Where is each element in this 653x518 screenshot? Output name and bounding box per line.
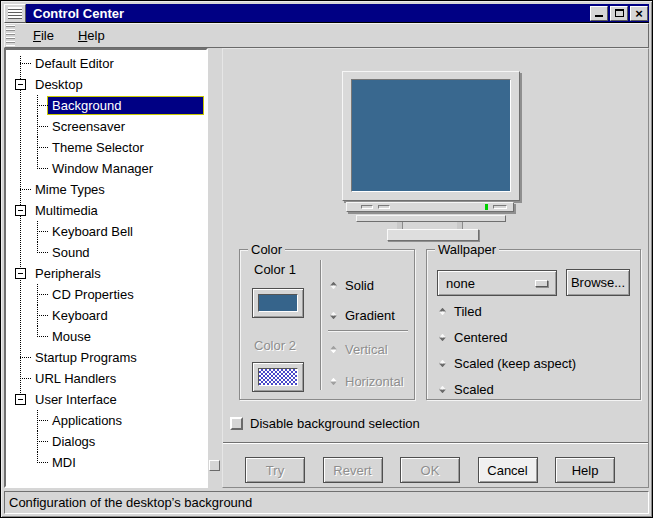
- wallpaper-dropdown[interactable]: none: [437, 270, 557, 296]
- monitor-foot: [397, 222, 403, 229]
- radio-unselected-icon: [439, 360, 446, 367]
- minimize-button[interactable]: [590, 6, 608, 21]
- tree-collapse-icon[interactable]: [15, 268, 26, 279]
- menu-help[interactable]: Help: [70, 25, 113, 46]
- monitor-control-strip: [346, 202, 514, 212]
- monitor-button-icon: [378, 205, 390, 209]
- monitor-preview: [342, 71, 520, 239]
- radio-scaled-keep-aspect[interactable]: Scaled (keep aspect): [437, 356, 576, 371]
- disable-background-selection-checkbox[interactable]: Disable background selection: [230, 416, 420, 431]
- tree-connector: [20, 378, 31, 379]
- sidebar-item-startup-programs[interactable]: Startup Programs: [6, 347, 206, 368]
- sidebar-item-theme-selector[interactable]: Theme Selector: [6, 137, 206, 158]
- color2-picker-button[interactable]: [252, 362, 304, 392]
- color1-picker-button[interactable]: [252, 288, 304, 318]
- sidebar-item-label: Theme Selector: [48, 139, 148, 156]
- radio-horizontal-label: Horizontal: [345, 374, 404, 389]
- radio-tiled[interactable]: Tiled: [437, 304, 482, 319]
- help-button-label: Help: [572, 463, 599, 478]
- tree-collapse-icon[interactable]: [15, 394, 26, 405]
- tree-connector: [37, 105, 48, 106]
- color-frame-title: Color: [248, 242, 285, 257]
- wallpaper-frame: Wallpaper none Browse... Tiled Centered: [426, 249, 641, 400]
- radio-tiled-label: Tiled: [454, 304, 482, 319]
- main-area: Default EditorDesktopBackgroundScreensav…: [4, 48, 649, 488]
- sidebar-item-applications[interactable]: Applications: [6, 410, 206, 431]
- pane-divider[interactable]: [208, 48, 222, 488]
- tree-connector: [37, 336, 48, 337]
- sidebar-item-sound[interactable]: Sound: [6, 242, 206, 263]
- sidebar-item-label: Desktop: [31, 76, 87, 93]
- tree-connector: [37, 420, 48, 421]
- sidebar-item-cd-properties[interactable]: CD Properties: [6, 284, 206, 305]
- radio-centered[interactable]: Centered: [437, 330, 507, 345]
- tree-collapse-icon[interactable]: [15, 79, 26, 90]
- radio-scaled[interactable]: Scaled: [437, 382, 494, 397]
- radio-unselected-icon: [330, 312, 337, 319]
- sidebar-item-label: Default Editor: [31, 55, 118, 72]
- radio-unselected-icon: [439, 334, 446, 341]
- try-button[interactable]: Try: [245, 457, 305, 483]
- radio-solid[interactable]: Solid: [328, 278, 374, 293]
- tree-connector: [37, 168, 48, 169]
- radio-centered-label: Centered: [454, 330, 507, 345]
- sidebar-item-mime-types[interactable]: Mime Types: [6, 179, 206, 200]
- sidebar-item-screensaver[interactable]: Screensaver: [6, 116, 206, 137]
- sidebar-item-peripherals[interactable]: Peripherals: [6, 263, 206, 284]
- option-menu-indicator-icon: [535, 280, 548, 287]
- sidebar-item-mouse[interactable]: Mouse: [6, 326, 206, 347]
- window-controls: ×: [590, 6, 649, 21]
- tree-connector: [20, 189, 31, 190]
- sidebar-item-label: Mime Types: [31, 181, 109, 198]
- sidebar-item-window-manager[interactable]: Window Manager: [6, 158, 206, 179]
- sidebar-item-user-interface[interactable]: User Interface: [6, 389, 206, 410]
- monitor-bezel: [342, 71, 520, 201]
- monitor-screen-preview: [351, 79, 511, 192]
- sidebar-item-label: Startup Programs: [31, 349, 141, 366]
- try-button-label: Try: [266, 463, 284, 478]
- radio-gradient[interactable]: Gradient: [328, 308, 395, 323]
- sidebar-item-label: Screensaver: [48, 118, 129, 135]
- maximize-icon: [615, 9, 624, 17]
- sidebar-item-default-editor[interactable]: Default Editor: [6, 53, 206, 74]
- menubar-grip-handle[interactable]: [6, 25, 15, 46]
- sidebar-item-multimedia[interactable]: Multimedia: [6, 200, 206, 221]
- radio-scaled-keep-aspect-label: Scaled (keep aspect): [454, 356, 576, 371]
- radio-solid-label: Solid: [345, 278, 374, 293]
- revert-button[interactable]: Revert: [323, 457, 383, 483]
- close-button[interactable]: ×: [630, 6, 648, 21]
- sidebar-item-keyboard[interactable]: Keyboard: [6, 305, 206, 326]
- tree-connector: [37, 441, 48, 442]
- cancel-button[interactable]: Cancel: [478, 457, 538, 483]
- help-button[interactable]: Help: [555, 457, 615, 483]
- sidebar-item-label: User Interface: [31, 391, 121, 408]
- sidebar-item-desktop[interactable]: Desktop: [6, 74, 206, 95]
- window-menu-button[interactable]: [4, 4, 26, 23]
- sidebar-item-url-handlers[interactable]: URL Handlers: [6, 368, 206, 389]
- tree-connector: [37, 294, 48, 295]
- tree-collapse-icon[interactable]: [15, 205, 26, 216]
- window-menu-icon: [8, 7, 22, 19]
- sidebar-item-label: Mouse: [48, 328, 95, 345]
- maximize-button[interactable]: [610, 6, 628, 21]
- radio-selected-icon: [330, 346, 337, 353]
- menu-bar: File Help: [4, 23, 649, 48]
- monitor-base: [356, 215, 506, 222]
- pane-drag-handle[interactable]: [209, 460, 220, 471]
- tree-connector: [37, 462, 48, 463]
- color1-swatch: [258, 294, 298, 312]
- vertical-separator: [320, 260, 322, 390]
- menu-file[interactable]: File: [25, 25, 62, 46]
- sidebar-tree[interactable]: Default EditorDesktopBackgroundScreensav…: [4, 48, 208, 488]
- title-bar[interactable]: Control Center ×: [4, 4, 649, 23]
- radio-scaled-label: Scaled: [454, 382, 494, 397]
- sidebar-item-background[interactable]: Background: [6, 95, 206, 116]
- sidebar-item-dialogs[interactable]: Dialogs: [6, 431, 206, 452]
- color1-label: Color 1: [254, 262, 296, 277]
- sidebar-item-keyboard-bell[interactable]: Keyboard Bell: [6, 221, 206, 242]
- color-frame: Color Color 1 Color 2 Solid Gradient: [239, 249, 415, 400]
- sidebar-item-label: Dialogs: [48, 433, 99, 450]
- ok-button[interactable]: OK: [400, 457, 460, 483]
- sidebar-item-mdi[interactable]: MDI: [6, 452, 206, 473]
- browse-button[interactable]: Browse...: [566, 269, 630, 296]
